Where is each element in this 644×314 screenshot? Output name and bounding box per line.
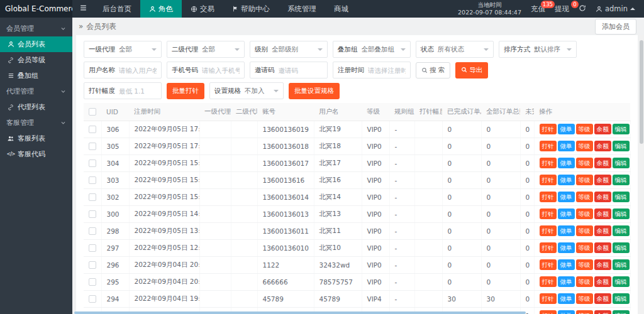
action-inject-button[interactable]: 打针	[540, 259, 557, 270]
sidebar-group-member-mgmt[interactable]: 会员管理	[0, 21, 72, 36]
action-make-order-button[interactable]: 做单	[558, 141, 575, 151]
batch-inject-button[interactable]: 批量打针	[167, 83, 204, 99]
vertical-scrollbar[interactable]	[639, 35, 644, 314]
nav-role[interactable]: 角色	[140, 0, 182, 18]
action-balance-button[interactable]: 余额	[594, 208, 611, 219]
select-all-checkbox[interactable]	[89, 108, 96, 116]
row-checkbox[interactable]	[89, 261, 96, 269]
filter-agent2[interactable]: 二级代理全部	[167, 41, 245, 58]
nav-mall[interactable]: 商城	[325, 0, 357, 18]
nav-help-center[interactable]: 帮助中心	[223, 0, 279, 18]
action-inject-button[interactable]: 打针	[540, 192, 557, 202]
sidebar-group-cs-mgmt[interactable]: 客服管理	[0, 115, 72, 131]
action-level-button[interactable]: 等级	[576, 124, 593, 134]
filter-sort[interactable]: 排序方式默认排序	[499, 41, 577, 58]
action-inject-button[interactable]: 打针	[540, 242, 557, 253]
filter-level[interactable]: 级别全部级别	[250, 41, 328, 58]
action-inject-button[interactable]: 打针	[540, 208, 557, 219]
filter-status[interactable]: 状态所有状态	[416, 41, 494, 58]
row-checkbox[interactable]	[89, 210, 96, 218]
action-make-order-button[interactable]: 做单	[558, 310, 575, 314]
filter-username-input[interactable]	[119, 67, 157, 74]
action-make-order-button[interactable]: 做单	[558, 293, 575, 304]
filter-invite-code-input[interactable]	[279, 67, 323, 74]
row-checkbox[interactable]	[89, 244, 96, 252]
vertical-scrollbar-thumb[interactable]	[640, 40, 643, 144]
refresh-icon[interactable]	[579, 4, 586, 14]
filter-overlay-group[interactable]: 叠加组全部叠加组	[333, 41, 411, 58]
action-balance-button[interactable]: 余额	[594, 242, 611, 253]
action-balance-button[interactable]: 余额	[594, 158, 611, 168]
filter-invite-code[interactable]: 邀请码	[250, 62, 328, 78]
recharge-link[interactable]: 充值 135	[531, 4, 545, 14]
sidebar-item-member-list[interactable]: 会员列表	[0, 36, 72, 52]
row-checkbox[interactable]	[89, 126, 96, 133]
action-edit-button[interactable]: 编辑	[613, 293, 630, 304]
action-make-order-button[interactable]: 做单	[558, 242, 575, 253]
spec-select[interactable]: 设置规格 不加入	[209, 82, 284, 99]
action-balance-button[interactable]: 余额	[594, 310, 611, 314]
action-inject-button[interactable]: 打针	[540, 293, 557, 304]
withdraw-link[interactable]: 提现 0	[555, 4, 569, 14]
action-make-order-button[interactable]: 做单	[558, 124, 575, 134]
row-checkbox[interactable]	[89, 193, 96, 201]
inject-range-field[interactable]: 打针幅度	[84, 82, 162, 99]
action-level-button[interactable]: 等级	[576, 259, 593, 270]
action-edit-button[interactable]: 编辑	[613, 141, 630, 151]
row-checkbox[interactable]	[89, 295, 96, 303]
action-edit-button[interactable]: 编辑	[613, 225, 630, 236]
action-level-button[interactable]: 等级	[576, 293, 593, 304]
row-checkbox[interactable]	[89, 143, 96, 150]
action-inject-button[interactable]: 打针	[540, 225, 557, 236]
batch-spec-button[interactable]: 批量设置规格	[289, 83, 340, 99]
action-make-order-button[interactable]: 做单	[558, 225, 575, 236]
action-edit-button[interactable]: 编辑	[613, 242, 630, 253]
action-edit-button[interactable]: 编辑	[613, 175, 630, 185]
row-checkbox[interactable]	[89, 278, 96, 286]
row-checkbox[interactable]	[89, 160, 96, 167]
sidebar-item-agent-list[interactable]: 代理列表	[0, 99, 72, 115]
action-edit-button[interactable]: 编辑	[613, 276, 630, 287]
action-inject-button[interactable]: 打针	[540, 141, 557, 151]
action-make-order-button[interactable]: 做单	[558, 208, 575, 219]
action-inject-button[interactable]: 打针	[540, 276, 557, 287]
action-balance-button[interactable]: 余额	[594, 293, 611, 304]
action-inject-button[interactable]: 打针	[540, 310, 557, 314]
action-balance-button[interactable]: 余额	[594, 276, 611, 287]
action-level-button[interactable]: 等级	[576, 175, 593, 185]
row-checkbox[interactable]	[89, 227, 96, 235]
export-button[interactable]: 导出	[455, 62, 488, 78]
nav-system-mgmt[interactable]: 系统管理	[279, 0, 325, 18]
nav-home[interactable]: 后台首页	[94, 0, 140, 18]
action-level-button[interactable]: 等级	[576, 225, 593, 236]
action-balance-button[interactable]: 余额	[594, 175, 611, 185]
action-edit-button[interactable]: 编辑	[613, 259, 630, 270]
filter-username[interactable]: 用户名称	[84, 62, 162, 78]
action-edit-button[interactable]: 编辑	[613, 310, 630, 314]
search-button[interactable]: 搜 索	[416, 62, 450, 78]
action-level-button[interactable]: 等级	[576, 310, 593, 314]
action-inject-button[interactable]: 打针	[540, 124, 557, 134]
sidebar-group-agent-mgmt[interactable]: 代理管理	[0, 84, 72, 99]
action-make-order-button[interactable]: 做单	[558, 259, 575, 270]
action-make-order-button[interactable]: 做单	[558, 192, 575, 202]
sidebar-item-cs-list[interactable]: 客服列表	[0, 131, 72, 146]
nav-trade[interactable]: 交易	[182, 0, 223, 18]
action-level-button[interactable]: 等级	[576, 276, 593, 287]
action-edit-button[interactable]: 编辑	[613, 192, 630, 202]
action-edit-button[interactable]: 编辑	[613, 124, 630, 134]
action-level-button[interactable]: 等级	[576, 141, 593, 151]
filter-reg-time[interactable]: 注册时间	[333, 62, 411, 78]
action-balance-button[interactable]: 余额	[594, 259, 611, 270]
action-level-button[interactable]: 等级	[576, 158, 593, 168]
filter-phone-input[interactable]	[202, 67, 240, 74]
filter-agent1[interactable]: 一级代理全部	[84, 41, 162, 58]
action-balance-button[interactable]: 余额	[594, 124, 611, 134]
inject-range-input[interactable]	[119, 87, 157, 95]
action-inject-button[interactable]: 打针	[540, 158, 557, 168]
action-balance-button[interactable]: 余额	[594, 225, 611, 236]
action-balance-button[interactable]: 余额	[594, 192, 611, 202]
user-menu[interactable]: admin	[596, 4, 635, 13]
action-level-button[interactable]: 等级	[576, 242, 593, 253]
action-inject-button[interactable]: 打针	[540, 175, 557, 185]
